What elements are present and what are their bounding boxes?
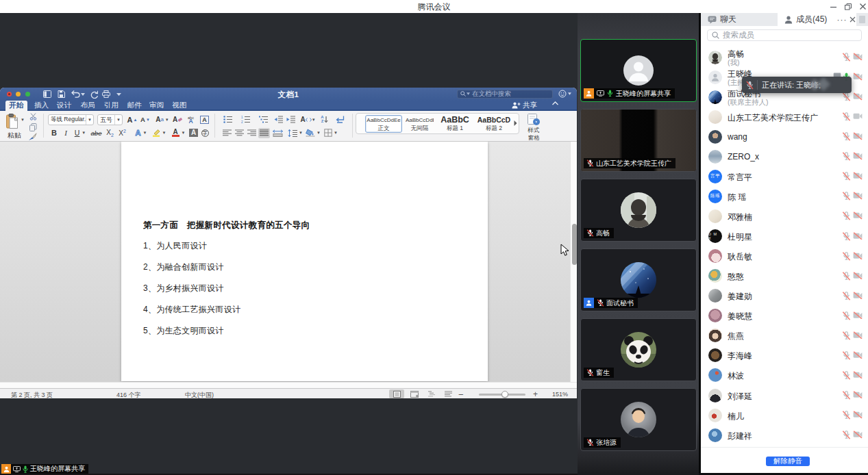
word-tab-2[interactable]: 插入 <box>30 101 52 110</box>
word-search-box[interactable]: 在文档中搜索 <box>457 90 553 99</box>
numbering-button[interactable]: 12 <box>238 114 253 125</box>
member-camera-off-icon[interactable] <box>853 73 862 81</box>
style-chip-4[interactable]: AaBbCcD标题 2 <box>475 115 512 133</box>
member-row-8[interactable]: 陈瑶陈 瑶 <box>701 186 868 206</box>
character-shading-button[interactable]: A <box>189 128 198 138</box>
status-page-info[interactable]: 第 2 页, 共 3 页 <box>11 391 53 398</box>
toolbar-more-icon[interactable] <box>116 89 121 99</box>
undo-icon[interactable] <box>71 89 80 99</box>
word-tab-5[interactable]: 引用 <box>100 101 122 110</box>
member-mic-muted-icon[interactable] <box>842 232 851 241</box>
document-hscrollbar[interactable] <box>0 382 577 388</box>
status-language[interactable]: 中文(中国) <box>185 391 214 398</box>
document-page[interactable]: 第一方面 把握新时代设计教育的五个导向 1、为人民而设计2、为融合创新而设计3、… <box>121 142 488 381</box>
video-tile-4[interactable]: 面试秘书 <box>580 248 697 311</box>
copy-icon[interactable] <box>29 123 37 131</box>
undo-dropdown-icon[interactable] <box>81 89 85 99</box>
paste-button[interactable] <box>6 114 18 129</box>
enclose-characters-button[interactable]: 字 <box>200 128 210 138</box>
member-camera-off-icon[interactable] <box>853 351 862 360</box>
feedback-smiley-icon[interactable] <box>558 90 571 98</box>
member-camera-off-icon[interactable] <box>853 132 862 141</box>
member-camera-off-icon[interactable] <box>853 252 862 261</box>
mac-minimize-button[interactable] <box>16 92 21 97</box>
video-tile-5[interactable]: 窗生 <box>580 318 697 381</box>
minimize-button[interactable] <box>826 0 841 13</box>
video-tile-2[interactable]: 山东工艺美术学院王传广 <box>580 109 697 172</box>
member-row-16[interactable]: 李海峰 <box>701 346 868 365</box>
distribute-button[interactable] <box>271 128 284 138</box>
redo-icon[interactable] <box>90 89 98 99</box>
bold-button[interactable]: B <box>49 128 59 138</box>
member-mic-muted-icon[interactable] <box>842 152 851 161</box>
member-mic-muted-icon[interactable] <box>842 351 851 360</box>
member-camera-off-icon[interactable] <box>853 371 862 380</box>
member-camera-off-icon[interactable] <box>853 192 862 201</box>
asian-layout-button[interactable]: A▼ <box>300 114 316 125</box>
member-mic-muted-icon[interactable] <box>842 272 851 281</box>
font-name-select[interactable]: 等线 Regular... ▼ <box>48 114 94 125</box>
draft-view-button[interactable] <box>441 389 456 398</box>
style-chip-3[interactable]: AaBbC标题 1 <box>438 115 471 133</box>
member-camera-off-icon[interactable] <box>853 431 862 439</box>
member-camera-off-icon[interactable] <box>853 331 862 340</box>
decrease-font-size-button[interactable]: A▼ <box>139 114 151 125</box>
member-row-7[interactable]: 言平常言平 <box>701 166 868 186</box>
member-mic-muted-icon[interactable] <box>842 331 851 340</box>
member-mic-muted-icon[interactable] <box>842 192 851 201</box>
unmute-button[interactable]: 解除静音 <box>766 457 810 466</box>
member-mic-muted-icon[interactable] <box>842 211 851 220</box>
status-word-count[interactable]: 416 个字 <box>116 391 141 398</box>
ribbon-collapse-icon[interactable] <box>552 101 558 105</box>
web-layout-view-button[interactable] <box>407 389 422 398</box>
borders-button[interactable]: ▼ <box>323 128 339 138</box>
member-row-11[interactable]: 耿岳敏 <box>701 246 868 266</box>
member-mic-muted-icon[interactable] <box>842 411 851 420</box>
word-tab-1[interactable]: 开始 <box>5 101 27 111</box>
member-camera-off-icon[interactable] <box>853 53 862 62</box>
align-right-button[interactable] <box>247 128 256 138</box>
superscript-button[interactable]: X2 <box>117 128 127 138</box>
member-mic-muted-icon[interactable] <box>842 252 851 261</box>
subscript-button[interactable]: X2 <box>105 128 115 138</box>
save-icon[interactable] <box>58 89 65 99</box>
member-mic-muted-icon[interactable] <box>842 292 851 300</box>
decrease-indent-button[interactable] <box>274 114 284 125</box>
line-spacing-button[interactable]: ▼ <box>288 128 303 138</box>
member-row-5[interactable]: wang <box>701 127 868 146</box>
member-row-6[interactable]: ZERO_x <box>701 146 868 166</box>
member-camera-off-icon[interactable] <box>853 232 862 241</box>
word-tab-6[interactable]: 邮件 <box>123 101 145 110</box>
member-row-1[interactable]: 高畅(我) <box>701 47 868 67</box>
styles-pane-button[interactable]: 样式 窗格 <box>523 114 544 140</box>
increase-font-size-button[interactable]: A▲ <box>126 114 138 125</box>
tab-chat[interactable]: 聊天 <box>701 13 778 26</box>
panel-handle[interactable] <box>856 13 868 26</box>
member-mic-muted-icon[interactable] <box>842 53 851 62</box>
member-camera-off-icon[interactable] <box>853 411 862 420</box>
sidebar-toggle-icon[interactable] <box>43 89 51 99</box>
phonetic-guide-button[interactable]: abcA <box>186 114 196 125</box>
panel-more-icon[interactable]: ··· <box>836 13 847 26</box>
justify-button[interactable] <box>258 128 270 138</box>
member-camera-off-icon[interactable] <box>853 211 862 220</box>
video-tile-3[interactable]: 高畅 <box>580 179 697 242</box>
mac-close-button[interactable] <box>7 92 12 97</box>
word-tab-8[interactable]: 视图 <box>169 101 190 110</box>
member-row-15[interactable]: 焦燕 <box>701 326 868 346</box>
font-size-select[interactable]: 五号 ▼ <box>97 114 123 125</box>
clear-formatting-button[interactable]: A <box>173 114 183 125</box>
multilevel-list-button[interactable] <box>256 114 271 125</box>
highlight-button[interactable]: ▼ <box>150 128 168 138</box>
member-mic-muted-icon[interactable] <box>842 371 851 380</box>
bullets-button[interactable] <box>221 114 236 125</box>
member-row-18[interactable]: 刘泽延 <box>701 385 868 405</box>
member-row-9[interactable]: 邓雅楠 <box>701 206 868 226</box>
member-camera-off-icon[interactable] <box>853 172 862 181</box>
member-row-17[interactable]: 林波 <box>701 365 868 385</box>
paste-dropdown-icon[interactable]: ▼ <box>21 118 25 122</box>
member-camera-on-icon[interactable] <box>853 112 862 121</box>
close-button[interactable] <box>855 0 868 13</box>
shading-button[interactable]: ▼ <box>305 128 321 138</box>
increase-indent-button[interactable] <box>286 114 296 125</box>
